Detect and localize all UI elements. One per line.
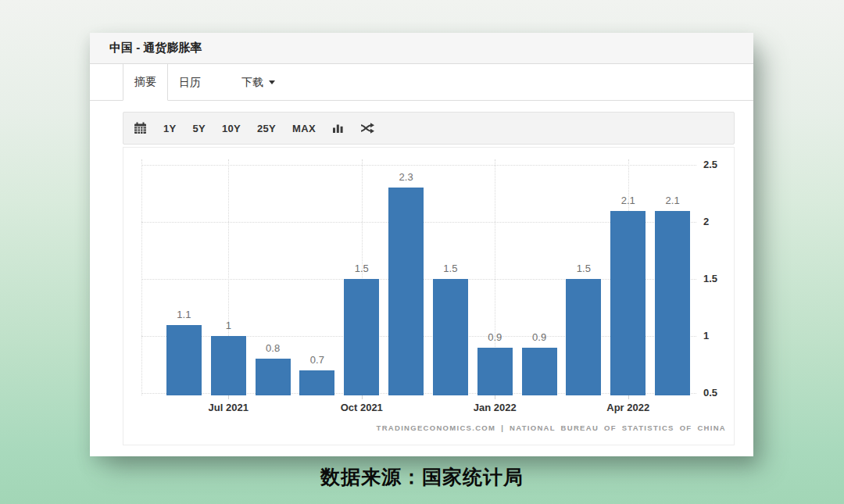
tab-calendar-label: 日历 <box>179 76 201 90</box>
chart-container: 1.110.80.71.52.31.50.90.91.52.12.1 0.511… <box>123 147 735 445</box>
chevron-down-icon <box>269 80 275 84</box>
range-25y-button[interactable]: 25Y <box>257 123 276 134</box>
indicator-widget-card: 中国 - 通货膨胀率 摘要 日历 下载 <box>90 33 753 456</box>
calendar-icon <box>134 122 147 134</box>
y-axis-tick-label: 0.5 <box>703 387 717 399</box>
tab-summary-label: 摘要 <box>134 75 156 89</box>
data-bar[interactable] <box>211 336 246 395</box>
tab-calendar[interactable]: 日历 <box>168 64 212 101</box>
y-axis-tick-label: 1 <box>703 330 709 341</box>
caption: 数据来源：国家统计局 <box>0 464 844 490</box>
range-1y-button[interactable]: 1Y <box>163 123 177 134</box>
tab-summary[interactable]: 摘要 <box>123 64 168 101</box>
data-bar[interactable] <box>344 279 379 395</box>
y-axis-tick-label: 2.5 <box>703 159 717 170</box>
x-axis-tick-label: Apr 2022 <box>606 402 649 413</box>
calendar-button[interactable] <box>134 122 147 134</box>
y-axis-tick-label: 2 <box>703 216 709 227</box>
x-axis-tick-label: Oct 2021 <box>341 402 383 413</box>
chart-type-button[interactable] <box>332 123 344 134</box>
tab-download-label: 下载 <box>241 76 263 90</box>
bar-value-label: 0.9 <box>488 331 502 343</box>
data-bar[interactable] <box>477 348 513 395</box>
gridline-vertical <box>141 159 142 395</box>
chart-attribution: TRADINGECONOMICS.COM | NATIONAL BUREAU O… <box>377 424 726 432</box>
page-background: 中国 - 通货膨胀率 摘要 日历 下载 <box>0 0 844 504</box>
data-bar[interactable] <box>610 211 646 395</box>
x-axis-tick-label: Jan 2022 <box>474 402 517 413</box>
data-bar[interactable] <box>522 348 557 395</box>
bar-value-label: 2.3 <box>399 171 413 183</box>
data-bar[interactable] <box>566 279 601 395</box>
x-axis-tick <box>228 395 229 399</box>
bar-value-label: 0.7 <box>310 354 324 366</box>
range-5y-button[interactable]: 5Y <box>193 123 206 134</box>
bar-value-label: 1.5 <box>443 263 457 274</box>
bar-value-label: 1.1 <box>177 309 191 320</box>
x-axis-tick <box>628 395 629 399</box>
data-bar[interactable] <box>433 279 468 395</box>
data-bar[interactable] <box>388 188 424 395</box>
x-axis-tick-label: Jul 2021 <box>209 402 249 413</box>
plot-area: 1.110.80.71.52.31.50.90.91.52.12.1 <box>141 159 696 395</box>
bar-value-label: 0.8 <box>266 342 280 354</box>
chart-toolbar: 1Y 5Y 10Y 25Y MAX <box>123 112 735 145</box>
bar-value-label: 2.1 <box>621 195 635 206</box>
tab-download[interactable]: 下载 <box>231 64 286 101</box>
x-axis-tick <box>362 395 363 399</box>
range-max-button[interactable]: MAX <box>292 123 316 134</box>
x-axis-tick <box>495 395 495 399</box>
shuffle-icon <box>360 123 374 134</box>
data-bar[interactable] <box>166 325 202 395</box>
page-title: 中国 - 通货膨胀率 <box>109 41 202 55</box>
bar-value-label: 2.1 <box>666 195 680 206</box>
bar-value-label: 0.9 <box>532 331 546 343</box>
data-bar[interactable] <box>655 211 690 395</box>
bar-value-label: 1.5 <box>577 263 591 274</box>
data-bar[interactable] <box>256 359 291 395</box>
bar-value-label: 1 <box>226 320 231 331</box>
card-header: 中国 - 通货膨胀率 <box>90 33 753 64</box>
y-axis-tick-label: 1.5 <box>703 273 717 284</box>
bar-chart-icon <box>332 123 344 134</box>
bar-value-label: 1.5 <box>355 263 369 274</box>
tab-bar: 摘要 日历 下载 <box>90 64 753 101</box>
gridline-horizontal <box>141 165 696 166</box>
compare-button[interactable] <box>360 123 374 134</box>
data-bar[interactable] <box>299 370 334 395</box>
range-10y-button[interactable]: 10Y <box>222 123 241 134</box>
